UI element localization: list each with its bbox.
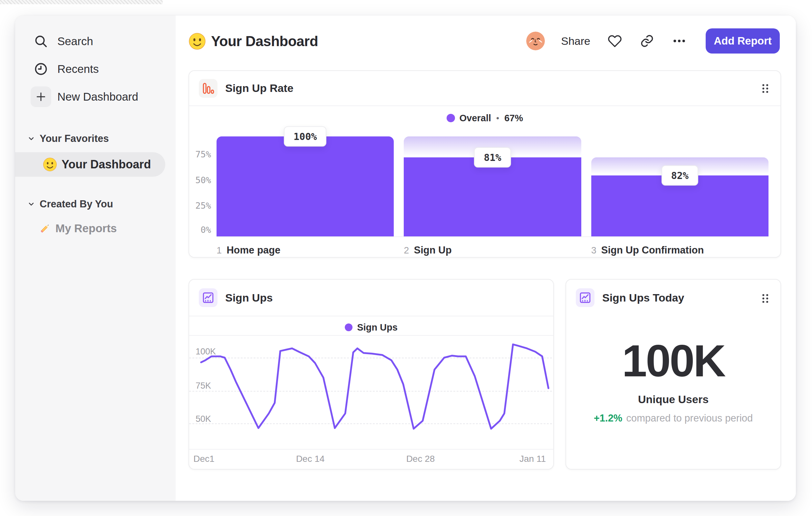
drag-handle-icon[interactable] [760,82,770,95]
app-window: Search Recents New Dashboard [15,16,796,501]
sidebar: Search Recents New Dashboard [15,16,176,501]
step-name: Sign Up Confirmation [601,244,704,256]
search-icon [31,31,51,52]
chevron-down-icon [27,200,35,208]
sidebar-item-label: Recents [57,62,98,76]
kpi-card: Sign Ups Today 100K Unique Users +1.2%co… [566,279,781,469]
page-title: Your Dashboard [211,33,318,49]
funnel-step-label: 1Home page [216,244,394,256]
kpi-metric-label: Unique Users [566,393,780,406]
heart-icon[interactable] [607,33,622,49]
funnel-card-header: Sign Up Rate [189,71,780,105]
legend-dot [446,114,455,122]
smiley-emoji-icon [43,157,57,171]
funnel-bar[interactable]: 82% [591,136,768,236]
sidebar-item-my-reports[interactable]: My Reports [39,221,117,236]
y-axis-tick: 75% [192,149,211,159]
sidebar-section-created-by-you[interactable]: Created By You [27,199,113,210]
x-axis-tick: Dec 28 [406,454,435,464]
line-chart-icon [576,288,594,307]
funnel-bar[interactable]: 81% [404,136,581,236]
funnel-value-tooltip: 81% [474,147,511,168]
funnel-chart-icon [199,79,218,98]
chevron-down-icon [27,135,35,142]
clock-icon [31,59,51,79]
x-axis-tick: Jan 11 [519,454,546,464]
y-axis-tick: 25% [192,200,211,211]
funnel-value-tooltip: 100% [284,127,326,147]
x-axis-tick: Dec1 [193,454,214,464]
funnel-bar[interactable]: 100% [216,136,394,236]
avatar[interactable] [526,32,545,50]
main-content: Your Dashboard Share [176,16,796,501]
line-plot: 100K75K50K [189,336,552,449]
funnel-value-tooltip: 82% [662,165,698,185]
sidebar-item-label: New Dashboard [57,90,138,103]
kpi-delta-value: +1.2% [594,412,622,424]
funnel-bar-solid [404,157,581,236]
legend-separator: • [496,113,499,123]
legend-label: Overall [460,113,491,124]
funnel-step-label: 2Sign Up [404,244,581,256]
card-title: Sign Ups [225,280,272,316]
sidebar-item-recents[interactable]: Recents [31,59,98,79]
sidebar-item-label: Your Dashboard [62,158,151,171]
funnel-legend[interactable]: Overall • 67% [189,112,780,124]
line-card-header: Sign Ups [189,280,553,316]
drag-handle-icon[interactable] [760,292,770,305]
step-number: 2 [404,245,409,256]
share-button[interactable]: Share [561,35,590,47]
card-title: Sign Ups Today [602,280,684,316]
sidebar-item-new-dashboard[interactable]: New Dashboard [31,86,138,107]
step-number: 1 [216,245,222,256]
sidebar-item-your-dashboard[interactable]: Your Dashboard [15,152,165,177]
kpi-value: 100K [566,338,780,383]
line-chart-card: Sign Ups Sign Ups 100K75K50K Dec1Dec 14D… [188,279,554,469]
y-axis-tick: 50% [192,175,211,185]
legend-dot [345,323,352,331]
card-title: Sign Up Rate [225,71,294,105]
link-icon[interactable] [639,33,655,49]
smiley-emoji-icon [188,33,206,50]
step-name: Sign Up [414,244,452,256]
legend-label: Sign Ups [357,322,398,333]
section-title: Your Favorites [40,133,109,144]
kpi-card-header: Sign Ups Today [566,280,780,316]
funnel-bar-solid [216,136,394,236]
page-title-row: Your Dashboard [188,32,318,51]
sidebar-section-your-favorites[interactable]: Your Favorites [27,133,109,144]
funnel-card: Sign Up Rate Overall • 67% [188,70,781,258]
funnel-plot: 100%81%82% [216,136,768,237]
x-axis-tick: Dec 14 [296,454,325,464]
y-axis-tick: 0% [192,225,211,235]
line-chart-icon [199,288,218,307]
divider [189,335,553,336]
sidebar-item-label: My Reports [55,222,117,235]
section-title: Created By You [40,198,113,210]
step-number: 3 [591,245,597,256]
sidebar-item-label: Search [57,35,93,48]
plus-icon [31,86,51,107]
page: Search Recents New Dashboard [0,0,812,516]
top-edge-artifact [0,0,163,4]
sign-ups-line-series[interactable] [189,336,552,449]
pencil-emoji-icon [39,222,52,235]
divider [189,449,553,450]
sidebar-item-search[interactable]: Search [31,31,93,52]
divider [189,316,553,316]
step-name: Home page [227,244,280,256]
line-legend[interactable]: Sign Ups [189,321,553,333]
ellipsis-icon[interactable] [671,33,687,49]
funnel-step-label: 3Sign Up Confirmation [591,244,768,256]
kpi-delta-note: compared to previous period [626,412,753,424]
kpi-delta-row: +1.2%compared to previous period [566,412,780,424]
divider [189,105,780,106]
header-actions: Share Add Report [526,16,780,66]
add-report-button[interactable]: Add Report [706,28,780,54]
legend-value: 67% [504,113,523,124]
funnel-x-axis: 1Home page2Sign Up3Sign Up Confirmation [216,244,768,256]
